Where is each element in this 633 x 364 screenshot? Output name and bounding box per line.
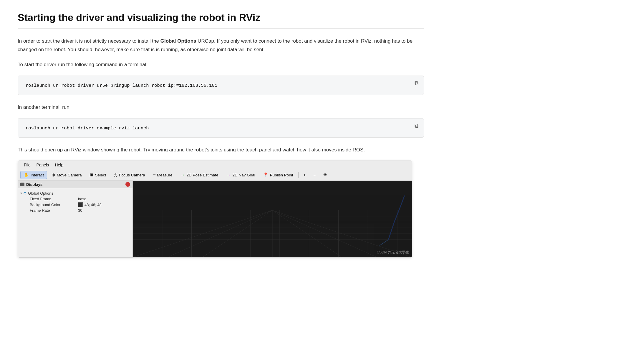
interact-icon: ✋ [24,172,29,178]
menu-help[interactable]: Help [52,162,66,168]
bold-external-control: Global Options [160,38,196,44]
frame-rate-row: Frame Rate 30 [19,208,131,213]
background-color-row: Background Color 48; 48; 48 [19,202,131,208]
toolbar-2d-pose-estimate-button[interactable]: → 2D Pose Estimate [177,171,221,179]
collapse-arrow-icon[interactable]: ▾ [20,191,22,195]
svg-line-24 [380,240,388,246]
focus-camera-icon: ◎ [114,172,117,178]
menu-file[interactable]: File [21,162,34,168]
panel-title-row: Displays [20,182,43,187]
toolbar-2d-nav-label: 2D Nav Goal [232,173,255,177]
grid-visualization [133,181,412,257]
toolbar-minus-button[interactable]: − [310,171,319,179]
pose-estimate-icon: → [180,172,185,178]
rviz-tree: ▾ ⚙ Global Options Fixed Frame base Back… [18,188,132,217]
rviz-window: File Panels Help ✋ Interact ⊕ Move Camer… [18,161,412,258]
toolbar-eye-button[interactable]: 👁 [320,171,331,179]
rviz-viewport: CSDN @无名大学生 [133,181,412,257]
rviz-menubar: File Panels Help [18,161,412,169]
watermark: CSDN @无名大学生 [377,250,409,255]
toolbar-separator [298,172,299,178]
plus-icon: + [304,173,306,177]
move-camera-icon: ⊕ [52,172,55,178]
fixed-frame-label: Fixed Frame [30,197,77,201]
panel-header: Displays [18,181,132,188]
fixed-frame-value: base [78,197,86,201]
background-color-value: 48; 48; 48 [78,202,102,207]
svg-line-23 [400,196,405,207]
frame-rate-label: Frame Rate [30,208,77,213]
code-block-1: roslaunch ur_robot_driver ur5e_bringup.l… [18,76,424,95]
background-color-label: Background Color [30,203,77,207]
intro-paragraph: In order to start the driver it is not s… [18,37,424,54]
code-1-content: roslaunch ur_robot_driver ur5e_bringup.l… [26,83,217,88]
title-divider [18,29,424,29]
svg-line-21 [388,222,394,240]
fixed-frame-row: Fixed Frame base [19,196,131,202]
step1-text: To start the driver run the following co… [18,61,424,69]
rviz-toolbar: ✋ Interact ⊕ Move Camera ▣ Select ◎ Focu… [18,169,412,181]
panel-title-label: Displays [26,182,43,187]
color-swatch [78,202,83,207]
step2-text: In another terminal, run [18,103,424,112]
toolbar-measure-label: Measure [157,173,173,177]
toolbar-move-camera-button[interactable]: ⊕ Move Camera [48,171,85,179]
publish-point-icon: 📍 [263,172,269,178]
code-block-2: roslaunch ur_robot_driver example_rviz.l… [18,118,424,138]
toolbar-2d-pose-label: 2D Pose Estimate [186,173,218,177]
toolbar-measure-button[interactable]: ━ Measure [150,171,176,179]
panel-close-button[interactable] [125,182,130,187]
toolbar-interact-button[interactable]: ✋ Interact [20,171,47,179]
global-options-section: ▾ ⚙ Global Options Fixed Frame base Back… [19,191,131,213]
eye-icon: 👁 [323,173,327,177]
toolbar-plus-button[interactable]: + [300,171,309,179]
measure-icon: ━ [153,172,155,178]
background-color-text: 48; 48; 48 [84,203,102,207]
step3-text: This should open up an RViz window showi… [18,146,424,154]
toolbar-focus-camera-button[interactable]: ◎ Focus Camera [110,171,148,179]
toolbar-publish-point-button[interactable]: 📍 Publish Point [260,171,296,179]
select-icon: ▣ [90,172,94,178]
toolbar-select-label: Select [95,173,106,177]
page-title: Starting the driver and visualizing the … [18,12,424,23]
menu-panels[interactable]: Panels [34,162,52,168]
toolbar-2d-nav-goal-button[interactable]: → 2D Nav Goal [223,171,258,179]
toolbar-move-camera-label: Move Camera [57,173,82,177]
code-2-content: roslaunch ur_robot_driver example_rviz.l… [26,126,149,131]
global-options-row: ▾ ⚙ Global Options [19,191,131,196]
displays-panel: Displays ▾ ⚙ Global Options Fixed Frame … [18,181,133,257]
frame-rate-value: 30 [78,208,82,213]
toolbar-select-button[interactable]: ▣ Select [86,171,110,179]
panel-screen-icon [20,183,24,186]
toolbar-focus-camera-label: Focus Camera [119,173,145,177]
copy-button-2[interactable]: ⧉ [413,122,420,130]
global-options-label: Global Options [28,191,75,196]
minus-icon: − [313,173,316,177]
copy-button-1[interactable]: ⧉ [413,79,420,87]
gear-icon: ⚙ [23,191,27,196]
rviz-body: Displays ▾ ⚙ Global Options Fixed Frame … [18,181,412,257]
toolbar-interact-label: Interact [31,173,44,177]
toolbar-publish-point-label: Publish Point [270,173,293,177]
nav-goal-icon: → [226,172,231,178]
